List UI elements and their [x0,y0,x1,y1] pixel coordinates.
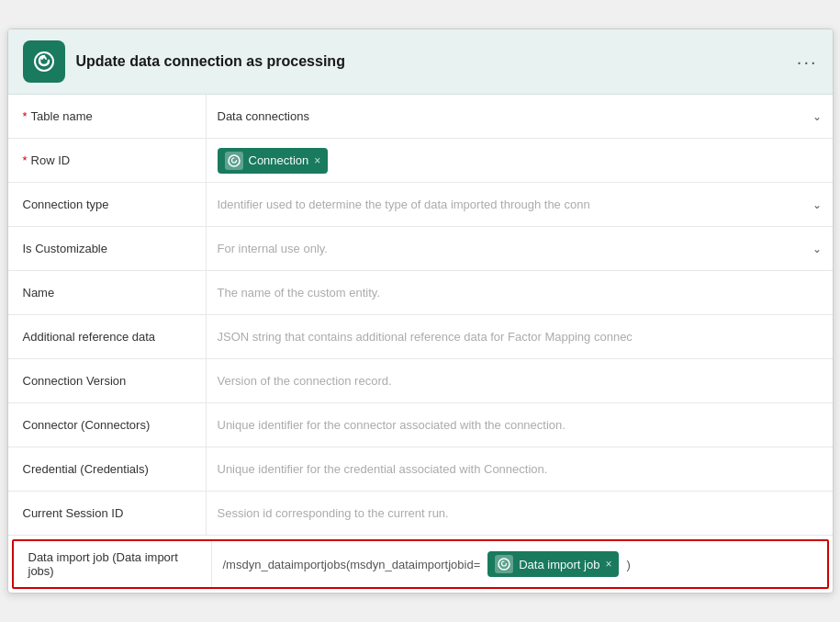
connection-version-placeholder: Version of the connection record. [218,374,392,388]
connection-type-row: Connection type Identifier used to deter… [8,183,833,227]
connection-tag: Connection × [218,148,329,174]
data-import-job-input-container: /msdyn_dataimportjobs(msdyn_dataimportjo… [223,551,816,577]
data-import-job-tag-icon [495,555,513,573]
table-name-row: * Table name Data connections ⌄ [8,95,833,139]
svg-point-1 [498,559,510,570]
table-name-dropdown-arrow[interactable]: ⌄ [812,110,822,123]
row-id-field[interactable]: Connection × [206,139,833,182]
svg-point-0 [229,155,240,166]
connection-version-row: Connection Version Version of the connec… [8,359,833,403]
is-customizable-row: Is Customizable For internal use only. ⌄ [8,227,833,271]
current-session-id-row: Current Session ID Session id correspond… [8,492,833,536]
connection-type-field[interactable]: Identifier used to determine the type of… [206,183,833,226]
additional-reference-data-label: Additional reference data [8,315,206,358]
table-name-field[interactable]: Data connections ⌄ [206,95,833,138]
is-customizable-field[interactable]: For internal use only. ⌄ [206,227,833,270]
is-customizable-label: Is Customizable [8,227,206,270]
current-session-id-placeholder: Session id corresponding to the current … [218,506,449,520]
connection-type-dropdown-arrow[interactable]: ⌄ [812,198,822,211]
additional-reference-data-row: Additional reference data JSON string th… [8,315,833,359]
credential-credentials-placeholder: Unique identifier for the credential ass… [218,462,548,476]
data-import-job-suffix: ) [626,558,630,571]
app-logo [23,40,65,83]
row-id-row: * Row ID Connection × [8,139,833,183]
name-field[interactable]: The name of the custom entity. [206,271,833,314]
data-import-job-row-highlighted: Data import job (Data import jobs) /msdy… [12,539,829,589]
current-session-id-label: Current Session ID [8,492,206,535]
header: Update data connection as processing ··· [8,29,833,95]
is-customizable-placeholder: For internal use only. [218,242,328,255]
table-name-required-star: * [23,109,28,123]
connection-version-label: Connection Version [8,359,206,402]
row-id-required-star: * [23,153,28,167]
connector-connectors-field[interactable]: Unique identifier for the connector asso… [206,403,833,447]
connector-connectors-placeholder: Unique identifier for the connector asso… [218,418,566,432]
data-import-job-tag: Data import job × [487,551,619,577]
data-import-job-tag-close[interactable]: × [605,558,611,571]
table-name-label: * Table name [8,95,206,138]
connection-tag-icon [225,152,243,170]
more-options-button[interactable]: ··· [797,51,818,73]
name-placeholder: The name of the custom entity. [218,286,381,300]
is-customizable-dropdown-arrow[interactable]: ⌄ [812,243,822,255]
data-import-job-tag-label: Data import job [519,558,599,571]
header-left: Update data connection as processing [23,40,345,83]
data-import-job-prefix: /msdyn_dataimportjobs(msdyn_dataimportjo… [223,558,481,571]
data-import-job-label: Data import job (Data import jobs) [14,541,211,587]
connector-connectors-label: Connector (Connectors) [8,403,206,447]
connection-type-placeholder: Identifier used to determine the type of… [218,198,590,211]
name-row: Name The name of the custom entity. [8,271,833,315]
connection-tag-close[interactable]: × [314,154,320,167]
credential-credentials-row: Credential (Credentials) Unique identifi… [8,447,833,492]
credential-credentials-field[interactable]: Unique identifier for the credential ass… [206,447,833,491]
current-session-id-field[interactable]: Session id corresponding to the current … [206,492,833,535]
page-title: Update data connection as processing [76,53,345,70]
connection-tag-label: Connection [249,153,309,167]
additional-reference-data-field[interactable]: JSON string that contains additional ref… [206,315,833,358]
connector-connectors-row: Connector (Connectors) Unique identifier… [8,403,833,447]
main-card: Update data connection as processing ···… [7,28,834,594]
connection-version-field[interactable]: Version of the connection record. [206,359,833,402]
row-id-label: * Row ID [8,139,206,182]
additional-reference-data-placeholder: JSON string that contains additional ref… [218,330,633,344]
credential-credentials-label: Credential (Credentials) [8,447,206,491]
table-name-value: Data connections [218,109,309,123]
form-content: * Table name Data connections ⌄ * Row ID [8,95,833,589]
name-label: Name [8,271,206,314]
data-import-job-field[interactable]: /msdyn_dataimportjobs(msdyn_dataimportjo… [211,541,827,587]
connection-type-label: Connection type [8,183,206,226]
